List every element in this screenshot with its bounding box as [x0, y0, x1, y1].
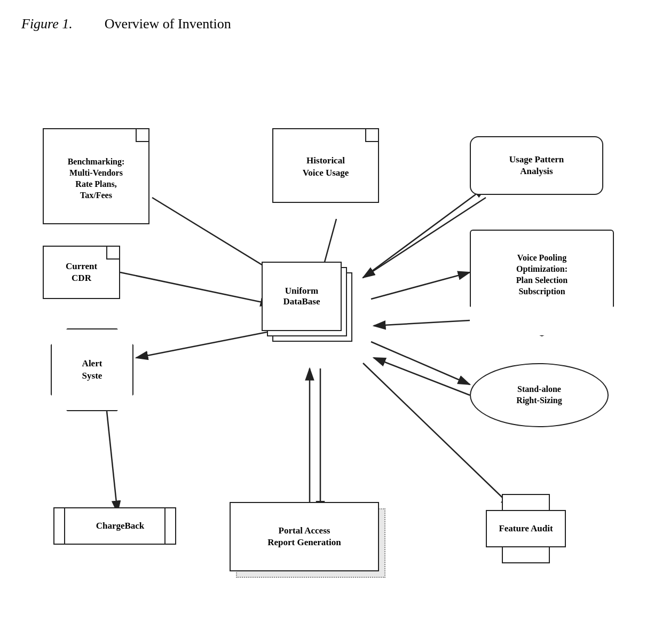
historical-label: Historical Voice Usage: [303, 155, 349, 178]
standalone-label: Stand-alone Right-Sizing: [516, 384, 562, 406]
current-cdr-label: Current CDR: [66, 261, 97, 284]
voice-pooling-label: Voice Pooling Optimization: Plan Selecti…: [516, 253, 568, 297]
svg-line-6: [374, 320, 470, 326]
svg-line-12: [107, 411, 117, 513]
uniform-db-node: Uniform DataBase: [262, 262, 352, 347]
benchmarking-label: Benchmarking: Multi-Vendors Rate Plans, …: [68, 156, 125, 201]
page: Figure 1. Overview of Invention: [0, 0, 662, 644]
chargeback-label: ChargeBack: [96, 520, 145, 532]
feature-audit-label: Feature Audit: [486, 494, 566, 563]
figure-label: Figure 1.: [21, 16, 73, 32]
usage-pattern-node: Usage Pattern Analysis: [470, 136, 603, 195]
alert-label: Alert Syste: [82, 358, 103, 381]
figure-title-text: Overview of Invention: [105, 16, 231, 32]
chargeback-node: ChargeBack: [53, 507, 176, 545]
svg-line-5: [371, 272, 470, 299]
svg-line-14: [363, 187, 486, 278]
svg-line-7: [136, 331, 272, 358]
voice-pooling-node: Voice Pooling Optimization: Plan Selecti…: [470, 230, 614, 336]
portal-label: Portal Access Report Generation: [267, 525, 341, 548]
benchmarking-node: Benchmarking: Multi-Vendors Rate Plans, …: [43, 128, 149, 224]
svg-line-4: [120, 272, 272, 304]
historical-node: Historical Voice Usage: [272, 128, 379, 203]
svg-line-8: [371, 342, 470, 384]
svg-line-3: [363, 198, 486, 278]
alert-node: Alert Syste: [51, 328, 133, 411]
standalone-node: Stand-alone Right-Sizing: [470, 363, 609, 427]
portal-node: Portal Access Report Generation: [230, 502, 379, 571]
diagram: Benchmarking: Multi-Vendors Rate Plans, …: [21, 43, 641, 619]
figure-title: Figure 1. Overview of Invention: [21, 16, 641, 32]
svg-line-9: [374, 358, 470, 395]
usage-pattern-label: Usage Pattern Analysis: [509, 154, 564, 177]
feature-audit-node: Feature Audit: [486, 494, 566, 563]
current-cdr-node: Current CDR: [43, 246, 120, 299]
uniform-db-label: Uniform DataBase: [283, 286, 320, 307]
